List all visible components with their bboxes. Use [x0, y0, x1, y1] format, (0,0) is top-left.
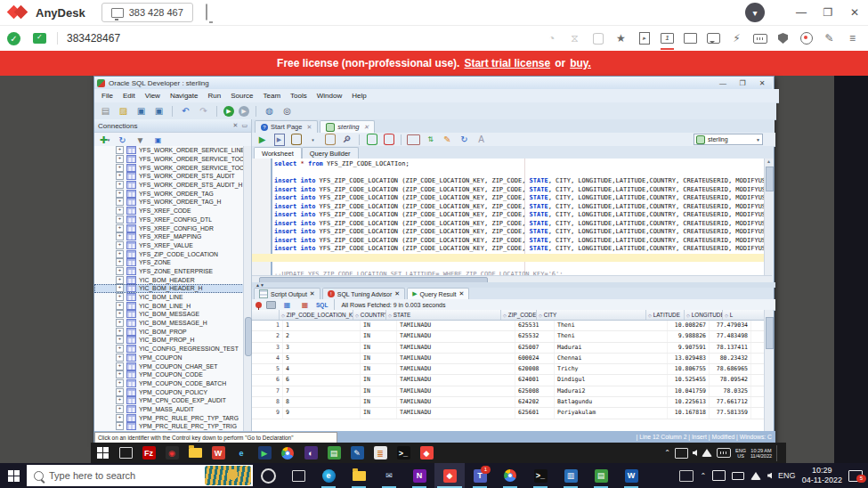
- expand-icon[interactable]: +: [116, 267, 124, 275]
- start-trial-link[interactable]: Start trial license: [464, 57, 550, 69]
- table-row[interactable]: 54INTAMILNADU620008Trichy10.80675578.686…: [252, 364, 764, 375]
- expand-icon[interactable]: +: [116, 328, 124, 336]
- tree-item[interactable]: +YFS_WORK_ORDER_STS_AUDIT: [94, 172, 244, 181]
- sql-history-button[interactable]: ↻: [458, 134, 471, 146]
- tab-close-icon[interactable]: ✕: [364, 124, 369, 131]
- expand-icon[interactable]: +: [116, 319, 124, 327]
- tray-network-icon[interactable]: [702, 449, 712, 457]
- expand-icon[interactable]: +: [116, 362, 124, 370]
- expand-icon[interactable]: +: [116, 293, 124, 301]
- find-icon[interactable]: ◎: [280, 105, 294, 118]
- tree-item[interactable]: +YFS_XREF_CONFIG_DTL: [94, 216, 244, 224]
- expand-icon[interactable]: +: [116, 379, 124, 387]
- results-tab-query-result[interactable]: ▶Query Result✕: [407, 288, 469, 299]
- column-header-ZIP_CODE_LOCATION_KEY[interactable]: ◇ZIP_CODE_LOCATION_KEY: [280, 310, 353, 320]
- autotrace-button[interactable]: [289, 134, 303, 146]
- taskbar-app-task-view[interactable]: [283, 463, 313, 488]
- tree-item[interactable]: +YPM_MASS_AUDIT: [94, 405, 244, 414]
- tree-item[interactable]: +YPM_COUPON_CHAR_SET: [94, 362, 244, 370]
- column-header-LONGITUDE[interactable]: ◇LONGITUDE: [685, 310, 723, 320]
- minimize-button[interactable]: —: [788, 0, 815, 25]
- taskbar-app-word[interactable]: W: [616, 463, 646, 488]
- subtab-query-builder[interactable]: Query Builder: [302, 147, 359, 159]
- speaker-icon[interactable]: [767, 473, 772, 479]
- tray-monitor-icon[interactable]: [675, 448, 688, 459]
- pin-icon[interactable]: [256, 302, 262, 308]
- tree-item[interactable]: +YPM_COUPON: [94, 354, 244, 362]
- remote-app-eclipse[interactable]: ◐: [299, 443, 322, 463]
- connections-db-icon[interactable]: ◍: [263, 105, 276, 118]
- tree-item[interactable]: +YPM_PRC_RULE_PRC_TYP_TRIG: [94, 422, 244, 431]
- tray-chevron-icon[interactable]: ⌃: [700, 472, 706, 480]
- notification-center-icon[interactable]: 5: [848, 470, 863, 482]
- tree-item[interactable]: +YFS_ZIP_CODE_LOCATION: [94, 249, 244, 258]
- clear-button[interactable]: ✎: [441, 134, 454, 146]
- table-row[interactable]: 99INTAMILNADU625601Periyakulam10.1678187…: [252, 408, 764, 419]
- tree-item[interactable]: +YFS_WORK_ORDER_SERVICE_LINE_H: [94, 146, 244, 155]
- redo-icon[interactable]: ↷: [197, 105, 210, 118]
- results-tab-sql-tuning-advisor[interactable]: !SQL Tuning Advisor✕: [322, 288, 405, 299]
- tree-item[interactable]: +YIC_BOM_LINE_H: [94, 301, 244, 310]
- tree-item[interactable]: +YIC_BOM_HEADER: [94, 275, 244, 284]
- taskbar-app-anydesk[interactable]: ◆: [434, 463, 465, 488]
- actions-icon[interactable]: ⚡: [728, 30, 745, 47]
- tray-keyboard-icon[interactable]: [717, 448, 731, 458]
- taskbar-app-file-explorer[interactable]: [344, 463, 374, 488]
- tree-scrollbar[interactable]: [243, 146, 251, 431]
- taskbar-app-notepad-green[interactable]: ▤: [586, 463, 616, 488]
- subtab-worksheet[interactable]: Worksheet: [254, 147, 302, 159]
- battery-icon[interactable]: [732, 472, 744, 480]
- remote-app-screen-recorder[interactable]: ◉: [160, 443, 183, 463]
- tree-item[interactable]: +YFS_ZONE_ENTERPRISE: [94, 267, 244, 276]
- tab-close-icon[interactable]: ✕: [394, 290, 400, 297]
- change-case-button[interactable]: ⇅: [424, 134, 437, 146]
- tree-item[interactable]: +YPM_COUPON_CODE_BATCH: [94, 379, 244, 388]
- panel-minimize-icon[interactable]: ▭: [241, 122, 247, 129]
- unshared-worksheet-button[interactable]: [407, 134, 420, 146]
- tree-item[interactable]: +YFS_ZONE: [94, 258, 244, 267]
- tab-sterling[interactable]: sterling✕: [320, 120, 375, 133]
- rollback-button[interactable]: [382, 134, 395, 146]
- taskbar-app-teams[interactable]: T1: [465, 463, 495, 488]
- taskbar-app-cortana[interactable]: [253, 463, 283, 488]
- close-button[interactable]: ✕: [841, 0, 868, 25]
- draw-icon[interactable]: ✎: [821, 30, 838, 47]
- clock[interactable]: 10:2904-11-2022: [802, 466, 842, 485]
- expand-icon[interactable]: +: [116, 388, 124, 396]
- tree-item[interactable]: +YPM_PRC_RULE_PRC_TYP_TARG: [94, 413, 244, 422]
- taskbar-app-command-prompt[interactable]: >_: [525, 463, 556, 488]
- menu-tools[interactable]: Tools: [290, 92, 307, 100]
- tree-item[interactable]: +YFS_WORK_ORDER_STS_AUDIT_H: [94, 181, 244, 190]
- expand-icon[interactable]: +: [116, 422, 124, 430]
- column-header-rownum[interactable]: [252, 310, 280, 320]
- commit-button[interactable]: [365, 134, 378, 146]
- tree-item[interactable]: +YIC_BOM_PROP: [94, 327, 244, 336]
- tray-chevron-icon[interactable]: ⌃: [664, 449, 670, 457]
- run-statement-button[interactable]: ▶: [256, 134, 269, 146]
- expand-icon[interactable]: +: [116, 216, 124, 224]
- remote-app-chrome[interactable]: [276, 443, 299, 463]
- storage-icon[interactable]: [589, 30, 606, 47]
- window-titlebar[interactable]: Oracle SQL Developer : sterling — ❐ ✕: [94, 77, 772, 89]
- expand-icon[interactable]: +: [116, 190, 124, 198]
- buy-link[interactable]: buy.: [570, 57, 591, 69]
- tab-close-icon[interactable]: ✕: [310, 290, 315, 297]
- remote-app-command-prompt[interactable]: >_: [392, 443, 415, 463]
- monitor-icon[interactable]: [682, 30, 699, 47]
- record-icon[interactable]: [798, 30, 815, 47]
- column-header-L[interactable]: ◇L: [723, 310, 764, 320]
- window-maximize-button[interactable]: ❐: [733, 79, 752, 87]
- autotrace-dropdown[interactable]: ▾: [306, 134, 320, 146]
- anydesk-menu-button[interactable]: ▾: [745, 3, 765, 22]
- tab-start-page[interactable]: ?Start Page✕: [255, 120, 318, 133]
- tray-device-icon[interactable]: [712, 470, 726, 481]
- find-button[interactable]: 🔎︎: [340, 134, 353, 146]
- taskbar-app-mail[interactable]: ✉: [374, 463, 404, 488]
- remote-app-notepad-green[interactable]: ▤: [322, 443, 345, 463]
- tree-item[interactable]: +YPM_COUPON_CODE: [94, 370, 244, 379]
- tree-item[interactable]: +YFS_WORK_ORDER_SERVICE_TOOLS_H: [94, 163, 244, 172]
- column-header-COUNTRY[interactable]: ◇COUNTRY: [353, 310, 386, 320]
- expand-icon[interactable]: +: [116, 241, 124, 249]
- tray-language[interactable]: ENGUS: [735, 448, 746, 459]
- expand-icon[interactable]: +: [116, 207, 124, 215]
